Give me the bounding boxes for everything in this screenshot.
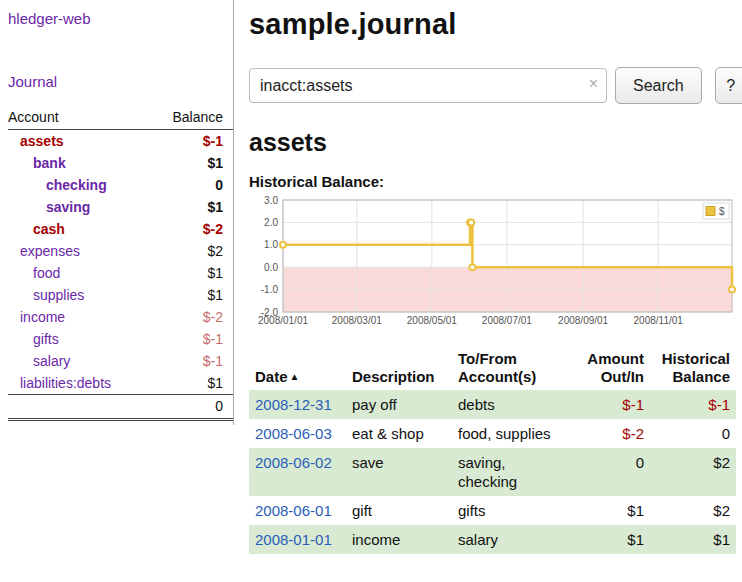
accounts-total-balance: 0 xyxy=(150,395,233,420)
account-link-expenses[interactable]: expenses xyxy=(20,243,80,259)
account-link-checking[interactable]: checking xyxy=(46,177,107,193)
register-header-date[interactable]: Date▲ xyxy=(249,346,346,390)
search-button[interactable]: Search xyxy=(615,67,702,104)
svg-text:2008/07/01: 2008/07/01 xyxy=(482,315,532,326)
account-balance-saving: $1 xyxy=(150,196,233,218)
chart-title: Historical Balance: xyxy=(249,173,742,190)
search-form: × Search ? xyxy=(249,67,742,104)
chart-point xyxy=(468,219,474,225)
register-header-row: Date▲ Description To/From Account(s) Amo… xyxy=(249,346,736,390)
account-row-liabilities-debts: liabilities:debts $1 xyxy=(8,372,233,395)
account-heading: assets xyxy=(249,128,742,157)
account-balance-income: $-2 xyxy=(150,306,233,328)
transaction-date-link[interactable]: 2008-06-01 xyxy=(255,502,332,519)
register-row: 2008-06-02 save saving, checking 0 $2 xyxy=(249,448,736,496)
transaction-accounts: food, supplies xyxy=(452,419,564,448)
page-title: sample.journal xyxy=(249,8,742,41)
account-balance-cash: $-2 xyxy=(150,218,233,240)
svg-text:2008/03/01: 2008/03/01 xyxy=(332,315,382,326)
transaction-amount: $-1 xyxy=(564,390,650,419)
account-balance-gifts: $-1 xyxy=(150,328,233,350)
transaction-balance: $1 xyxy=(650,525,736,554)
svg-text:3.0: 3.0 xyxy=(264,195,278,206)
clear-search-icon[interactable]: × xyxy=(589,75,598,93)
account-link-bank[interactable]: bank xyxy=(33,155,66,171)
search-input[interactable] xyxy=(249,68,607,103)
register-row: 2008-12-31 pay off debts $-1 $-1 xyxy=(249,390,736,419)
account-balance-food: $1 xyxy=(150,262,233,284)
account-link-saving[interactable]: saving xyxy=(46,199,90,215)
main-content: sample.journal × Search ? assets Histori… xyxy=(234,0,742,554)
transaction-description: save xyxy=(346,448,452,496)
account-row-cash: cash $-2 xyxy=(8,218,233,240)
balance-chart: 3.02.01.00.0-1.0-2.02008/01/012008/03/01… xyxy=(249,194,736,330)
transaction-date-link[interactable]: 2008-06-03 xyxy=(255,425,332,442)
legend-swatch xyxy=(706,207,715,216)
account-balance-supplies: $1 xyxy=(150,284,233,306)
register-row: 2008-06-01 gift gifts $1 $2 xyxy=(249,496,736,525)
transaction-accounts: debts xyxy=(452,390,564,419)
register-header-amount: Amount Out/In xyxy=(564,346,650,390)
register-table: Date▲ Description To/From Account(s) Amo… xyxy=(249,346,736,554)
account-link-salary[interactable]: salary xyxy=(33,353,70,369)
account-row-saving: saving $1 xyxy=(8,196,233,218)
chart-point xyxy=(469,264,475,270)
app-title-link[interactable]: hledger-web xyxy=(8,10,233,27)
sort-ascending-icon: ▲ xyxy=(290,371,300,382)
app-window: hledger-web Journal Account Balance asse… xyxy=(0,0,742,554)
account-balance-checking: 0 xyxy=(150,174,233,196)
transaction-amount: $1 xyxy=(564,525,650,554)
register-row: 2008-06-03 eat & shop food, supplies $-2… xyxy=(249,419,736,448)
register-header-description: Description xyxy=(346,346,452,390)
accounts-table: Account Balance assets $-1 bank $1 check… xyxy=(8,106,233,421)
transaction-balance: $2 xyxy=(650,448,736,496)
register-header-balance: Historical Balance xyxy=(650,346,736,390)
register-header-accounts: To/From Account(s) xyxy=(452,346,564,390)
svg-text:2008/11/01: 2008/11/01 xyxy=(634,315,684,326)
transaction-amount: 0 xyxy=(564,448,650,496)
transaction-date-link[interactable]: 2008-06-02 xyxy=(255,454,332,471)
accounts-header-balance: Balance xyxy=(150,106,233,130)
transaction-amount: $-2 xyxy=(564,419,650,448)
transaction-date-link[interactable]: 2008-12-31 xyxy=(255,396,332,413)
transaction-balance: $2 xyxy=(650,496,736,525)
account-balance-liabilities-debts: $1 xyxy=(150,372,233,395)
chart-point xyxy=(280,242,286,248)
account-row-checking: checking 0 xyxy=(8,174,233,196)
transaction-date-link[interactable]: 2008-01-01 xyxy=(255,531,332,548)
account-row-bank: bank $1 xyxy=(8,152,233,174)
chart-point xyxy=(729,287,735,293)
register-row: 2008-01-01 income salary $1 $1 xyxy=(249,525,736,554)
account-row-gifts: gifts $-1 xyxy=(8,328,233,350)
account-row-expenses: expenses $2 xyxy=(8,240,233,262)
help-button[interactable]: ? xyxy=(715,67,742,104)
svg-text:-1.0: -1.0 xyxy=(261,284,279,295)
account-link-supplies[interactable]: supplies xyxy=(33,287,84,303)
account-balance-assets: $-1 xyxy=(150,130,233,153)
svg-text:1.0: 1.0 xyxy=(264,239,278,250)
account-link-income[interactable]: income xyxy=(20,309,65,325)
account-link-cash[interactable]: cash xyxy=(33,221,65,237)
svg-text:2008/09/01: 2008/09/01 xyxy=(558,315,608,326)
svg-text:2008/01/01: 2008/01/01 xyxy=(258,315,308,326)
account-row-food: food $1 xyxy=(8,262,233,284)
search-box: × xyxy=(249,68,607,103)
sidebar-item-journal[interactable]: Journal xyxy=(8,73,233,90)
account-balance-expenses: $2 xyxy=(150,240,233,262)
account-row-income: income $-2 xyxy=(8,306,233,328)
account-balance-bank: $1 xyxy=(150,152,233,174)
accounts-header-row: Account Balance xyxy=(8,106,233,130)
account-row-supplies: supplies $1 xyxy=(8,284,233,306)
account-row-assets: assets $-1 xyxy=(8,130,233,153)
account-link-food[interactable]: food xyxy=(33,265,60,281)
account-link-gifts[interactable]: gifts xyxy=(33,331,59,347)
account-link-liabilities-debts[interactable]: liabilities:debts xyxy=(20,375,111,391)
transaction-balance: 0 xyxy=(650,419,736,448)
transaction-accounts: salary xyxy=(452,525,564,554)
account-link-assets[interactable]: assets xyxy=(20,133,64,149)
transaction-description: income xyxy=(346,525,452,554)
date-header-label: Date xyxy=(255,368,288,385)
transaction-description: eat & shop xyxy=(346,419,452,448)
accounts-header-account: Account xyxy=(8,106,150,130)
account-row-salary: salary $-1 xyxy=(8,350,233,372)
